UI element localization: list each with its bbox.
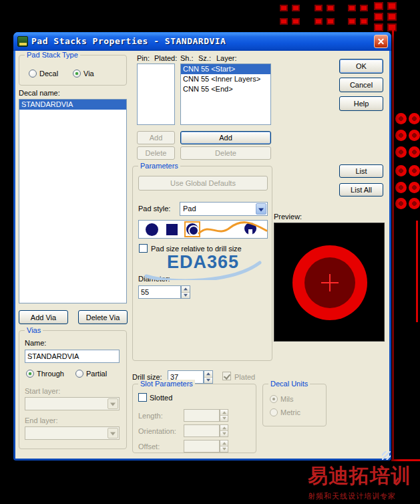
pad-stack-type-group: Pad Stack Type Decal Via	[19, 55, 127, 86]
pcb-trace	[391, 459, 420, 461]
end-layer-label: End layer:	[25, 416, 58, 425]
pad-style-value: Pad	[183, 205, 196, 213]
layer-delete-button: Delete	[180, 146, 271, 160]
layer-listbox[interactable]: CNN 55 <Start> CNN 55 <Inner Layers> CNN…	[180, 64, 271, 125]
delete-via-button[interactable]: Delete Via	[78, 310, 128, 324]
spin-down-icon	[220, 447, 228, 452]
pcb-via	[409, 182, 420, 193]
watermark-title: 易迪拓培训	[308, 463, 420, 490]
layer-list-item[interactable]: CNN 55 <Start>	[181, 64, 270, 74]
pcb-via	[395, 130, 407, 141]
pcb-pad	[327, 18, 335, 25]
layer-list-item[interactable]: CNN 55 <End>	[181, 84, 270, 94]
spin-up-icon[interactable]	[182, 286, 190, 293]
pad-style-combo[interactable]: Pad	[180, 202, 268, 216]
end-layer-combo	[25, 426, 120, 440]
window-title: Pad Stacks Properties - STANDARDVIA	[31, 36, 226, 46]
diameter-stepper[interactable]	[181, 285, 190, 299]
add-via-button[interactable]: Add Via	[19, 310, 68, 324]
decal-radio[interactable]	[29, 70, 37, 78]
pcb-via	[409, 165, 420, 176]
mils-radio	[270, 395, 278, 403]
pcb-pad	[314, 18, 323, 25]
spin-down-icon[interactable]	[182, 293, 190, 299]
pad-shape-toolbar	[138, 220, 268, 239]
cancel-button[interactable]: Cancel	[339, 78, 383, 92]
spin-down-icon[interactable]	[204, 378, 212, 384]
pcb-pad	[280, 18, 288, 25]
metric-radio-label: Metric	[280, 408, 300, 417]
sz-header: Sz.:	[198, 54, 211, 63]
watermark-swoosh	[198, 221, 268, 238]
pin-add-button: Add	[137, 131, 175, 144]
layer-header: Layer:	[216, 54, 237, 63]
start-layer-label: Start layer:	[25, 387, 60, 396]
decal-radio-label[interactable]: Decal	[39, 70, 58, 78]
slot-parameters-group: Slot Parameters Slotted Length: Orientat…	[132, 384, 256, 453]
pin-delete-button: Delete	[137, 146, 175, 160]
slot-parameters-caption: Slot Parameters	[138, 380, 195, 388]
decal-name-listbox[interactable]: STANDARDVIA	[19, 99, 127, 303]
via-radio-label[interactable]: Via	[83, 70, 94, 78]
through-radio-label[interactable]: Through	[37, 370, 64, 378]
orientation-input	[184, 424, 220, 437]
round-pad-icon[interactable]	[146, 223, 158, 236]
pcb-pad	[374, 23, 383, 31]
metric-radio	[270, 408, 278, 416]
layer-list-item[interactable]: CNN 55 <Inner Layers>	[181, 74, 270, 84]
layer-add-button[interactable]: Add	[180, 131, 271, 144]
pcb-via	[395, 113, 407, 124]
close-button[interactable]	[374, 35, 388, 48]
length-label: Length:	[138, 412, 163, 420]
length-stepper	[220, 409, 228, 422]
offset-input	[184, 440, 220, 453]
pad-preview	[274, 223, 385, 342]
partial-radio[interactable]	[75, 370, 83, 378]
pcb-pad	[387, 2, 397, 10]
drill-size-stepper[interactable]	[204, 370, 213, 384]
spin-up-icon	[220, 440, 228, 447]
ok-button[interactable]: OK	[339, 59, 383, 74]
mils-radio-label: Mils	[280, 395, 294, 404]
orientation-stepper	[220, 424, 228, 437]
pcb-pad	[387, 13, 397, 21]
site-watermark: 易迪拓培训 射频和天线设计培训专家	[308, 463, 420, 501]
use-global-defaults-button: Use Global Defaults	[138, 176, 268, 191]
spin-up-icon[interactable]	[204, 371, 212, 378]
pcb-via	[409, 146, 420, 158]
square-pad-icon[interactable]	[166, 224, 178, 235]
preview-label: Preview:	[274, 213, 302, 221]
decal-list-item[interactable]: STANDARDVIA	[19, 100, 126, 110]
pcb-trace	[416, 221, 418, 322]
through-radio[interactable]	[26, 370, 34, 378]
dialog-body: Pad Stack Type Decal Via Decal name: STA…	[15, 51, 389, 459]
help-button[interactable]: Help	[339, 96, 383, 111]
resize-grip[interactable]	[382, 451, 391, 460]
list-all-button[interactable]: List All	[339, 183, 383, 197]
plated-header: Plated:	[154, 54, 177, 63]
diameter-input[interactable]	[138, 285, 181, 299]
annular-pad-icon	[186, 223, 198, 235]
pcb-via	[395, 182, 407, 193]
via-radio[interactable]	[73, 70, 81, 78]
pcb-via	[409, 198, 420, 209]
list-button[interactable]: List	[339, 164, 383, 178]
pcb-pad	[374, 2, 383, 10]
pcb-pad	[292, 18, 300, 25]
vias-group: Vias Name: Through Partial Start layer: …	[19, 330, 127, 449]
pin-listbox[interactable]	[137, 64, 175, 125]
plated-checkbox	[222, 372, 231, 380]
via-name-input[interactable]	[25, 350, 120, 363]
watermark-subtitle: 射频和天线设计培训专家	[308, 491, 420, 501]
decal-units-group: Decal Units Mils Metric	[262, 384, 327, 426]
partial-radio-label[interactable]: Partial	[86, 370, 107, 378]
title-bar[interactable]: Pad Stacks Properties - STANDARDVIA	[13, 32, 391, 51]
pcb-pad	[360, 18, 368, 25]
sh-header: Sh.:	[180, 54, 194, 63]
slotted-label[interactable]: Slotted	[150, 394, 172, 402]
pad-stacks-properties-dialog: Pad Stacks Properties - STANDARDVIA Pad …	[13, 32, 391, 461]
via-name-label: Name:	[25, 339, 46, 348]
chevron-down-icon[interactable]	[256, 203, 266, 215]
pcb-trace	[392, 28, 394, 460]
slotted-checkbox[interactable]	[138, 393, 147, 402]
